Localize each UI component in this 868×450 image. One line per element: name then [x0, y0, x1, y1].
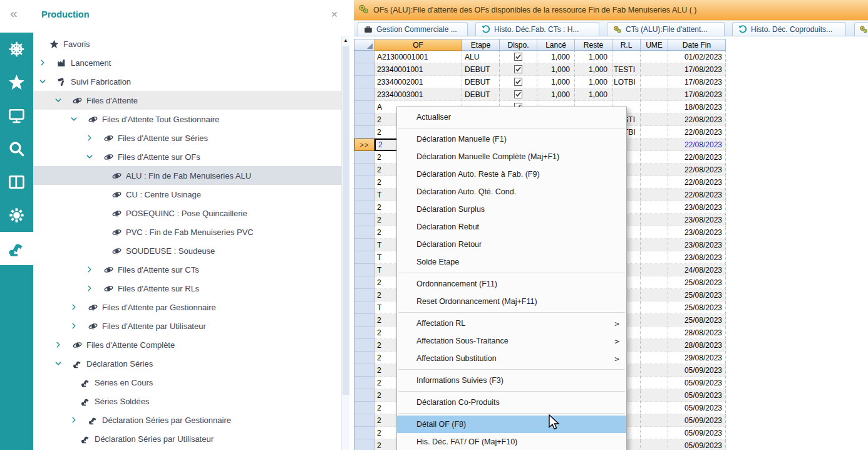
row-header-cell[interactable] — [354, 164, 375, 176]
tree-item[interactable]: Déclaration Séries par Gestionnaire — [33, 411, 341, 429]
row-header-cell[interactable] — [354, 101, 375, 113]
cell-rl[interactable] — [612, 51, 641, 63]
tree-item[interactable]: ALU : Fin de Fab Menuiseries ALU — [33, 166, 341, 185]
cell-lance[interactable]: 1,000 — [537, 51, 575, 63]
menu-item[interactable]: Déclaration Retour — [397, 236, 626, 253]
menu-item[interactable]: Affectation Sous-Traitance> — [397, 332, 626, 350]
cell-ume[interactable] — [641, 176, 668, 189]
row-header-cell[interactable] — [354, 276, 375, 289]
row-header-cell[interactable] — [354, 239, 375, 251]
sidebar-item-production[interactable] — [0, 232, 33, 265]
cell-of[interactable]: 23340003001 — [375, 88, 462, 101]
cell-date[interactable]: 28/08/2023 — [668, 339, 726, 352]
row-header-cell[interactable] — [354, 251, 375, 264]
row-header-cell[interactable] — [354, 389, 375, 402]
cell-ume[interactable] — [641, 314, 668, 327]
checkbox-checked[interactable] — [514, 90, 522, 98]
cell-date[interactable]: 05/09/2023 — [668, 402, 726, 414]
chevron-right-icon[interactable] — [55, 342, 73, 348]
chevron-down-icon[interactable] — [86, 154, 104, 160]
tab-item-2[interactable]: Histo. Déc.Fab. CTs : H... — [475, 22, 599, 36]
cell-ume[interactable] — [641, 189, 668, 201]
tree-item[interactable]: Séries Soldées — [33, 392, 341, 411]
row-header-cell[interactable] — [354, 214, 375, 226]
cell-ume[interactable] — [641, 264, 668, 276]
cell-ume[interactable] — [641, 113, 668, 126]
cell-ume[interactable] — [641, 101, 668, 113]
tree-item[interactable]: SOUDEUSE : Soudeuse — [33, 241, 341, 260]
chevron-down-icon[interactable] — [55, 360, 73, 367]
current-row-marker[interactable]: >> — [354, 139, 375, 151]
chevron-right-icon[interactable] — [39, 60, 57, 66]
tree-item[interactable]: Files d'Attente sur Séries — [33, 128, 341, 147]
cell-lance[interactable]: 1,000 — [537, 63, 575, 76]
chevron-down-icon[interactable] — [39, 78, 57, 85]
cell-date[interactable]: 05/09/2023 — [668, 439, 726, 450]
cell-rl[interactable]: LOTBI — [612, 76, 641, 88]
cell-date[interactable]: 01/02/2023 — [668, 51, 726, 63]
cell-lance[interactable]: 1,000 — [537, 76, 575, 88]
row-header-cell[interactable] — [354, 126, 375, 139]
cell-date[interactable]: 22/08/2023 — [668, 189, 726, 201]
row-header-cell[interactable] — [354, 264, 375, 276]
cell-date[interactable]: 25/08/2023 — [668, 314, 726, 327]
row-header-cell[interactable] — [354, 352, 375, 364]
menu-item[interactable]: Déclaration Auto. Reste à Fab. (F9) — [397, 165, 626, 183]
row-header-cell[interactable] — [354, 176, 375, 189]
chevron-down-icon[interactable] — [55, 97, 73, 103]
cell-date[interactable]: 17/08/2023 — [668, 76, 726, 88]
chevron-right-icon[interactable] — [86, 266, 104, 273]
select-all-corner-cell[interactable] — [354, 39, 375, 51]
column-header-ume[interactable]: UME — [641, 39, 668, 51]
tab-item-4[interactable]: Histo. Déc. Coproduits... — [732, 22, 846, 36]
cell-ume[interactable] — [641, 88, 668, 101]
cell-date[interactable]: 25/08/2023 — [668, 301, 726, 314]
cell-date[interactable]: 22/08/2023 — [668, 139, 726, 151]
row-header-cell[interactable] — [354, 327, 375, 339]
sidebar-item-wheel[interactable] — [0, 33, 33, 66]
cell-date[interactable]: 23/08/2023 — [668, 214, 726, 226]
cell-rl[interactable] — [612, 88, 641, 101]
menu-item[interactable]: Déclaration Manuelle (F1) — [397, 130, 626, 148]
cell-date[interactable]: 17/08/2023 — [668, 63, 726, 76]
cell-date[interactable]: 18/08/2023 — [668, 101, 726, 113]
scroll-up-icon[interactable]: ▲ — [342, 36, 349, 44]
tree-item[interactable]: Déclaration Séries — [33, 354, 341, 373]
menu-item[interactable]: Ordonnancement (F11) — [397, 275, 626, 293]
cell-lance[interactable]: 1,000 — [537, 88, 575, 101]
tree-item[interactable]: Files d'Attente sur CTs — [33, 260, 341, 279]
cell-ume[interactable] — [641, 364, 668, 377]
cell-ume[interactable] — [641, 63, 668, 76]
cell-rl[interactable]: TESTI — [612, 63, 641, 76]
cell-dispo[interactable] — [500, 63, 537, 76]
cell-date[interactable]: 24/08/2023 — [668, 264, 726, 276]
menu-item[interactable]: Déclaration Manuelle Complète (Maj+F1) — [397, 148, 626, 165]
cell-date[interactable]: 23/08/2023 — [668, 251, 726, 264]
row-header-cell[interactable] — [354, 339, 375, 352]
cell-reste[interactable]: 1,000 — [575, 88, 612, 101]
cell-date[interactable]: 22/08/2023 — [668, 126, 726, 139]
sidebar-item-workstation[interactable] — [0, 99, 33, 132]
cell-ume[interactable] — [641, 339, 668, 352]
cell-ume[interactable] — [641, 76, 668, 88]
cell-date[interactable]: 23/08/2023 — [668, 201, 726, 214]
cell-of[interactable]: 23340001001 — [375, 63, 462, 76]
menu-item[interactable]: Solde Etape — [397, 253, 626, 271]
cell-date[interactable]: 23/08/2023 — [668, 239, 726, 251]
row-header-cell[interactable] — [354, 414, 375, 427]
tree-item[interactable]: Suivi Fabrication — [33, 72, 341, 91]
tree-item[interactable]: POSEQUINC : Pose Quincaillerie — [33, 204, 341, 222]
row-header-cell[interactable] — [354, 439, 375, 450]
column-header-datefin[interactable]: Date Fin — [668, 39, 726, 51]
cell-of[interactable]: 23340002001 — [375, 76, 462, 88]
tree-item[interactable]: Files d'Attente par Utilisateur — [33, 317, 341, 335]
tree-item[interactable]: Favoris — [33, 34, 341, 53]
cell-ume[interactable] — [641, 389, 668, 402]
tab-item-1[interactable]: Gestion Commerciale ... — [358, 22, 468, 36]
cell-date[interactable]: 17/08/2023 — [668, 88, 726, 101]
cell-ume[interactable] — [641, 427, 668, 439]
cell-etape[interactable]: DEBUT — [462, 76, 500, 88]
row-header-cell[interactable] — [354, 201, 375, 214]
menu-item[interactable]: Déclaration Rebut — [397, 218, 626, 236]
sidebar-item-search[interactable] — [0, 132, 33, 165]
